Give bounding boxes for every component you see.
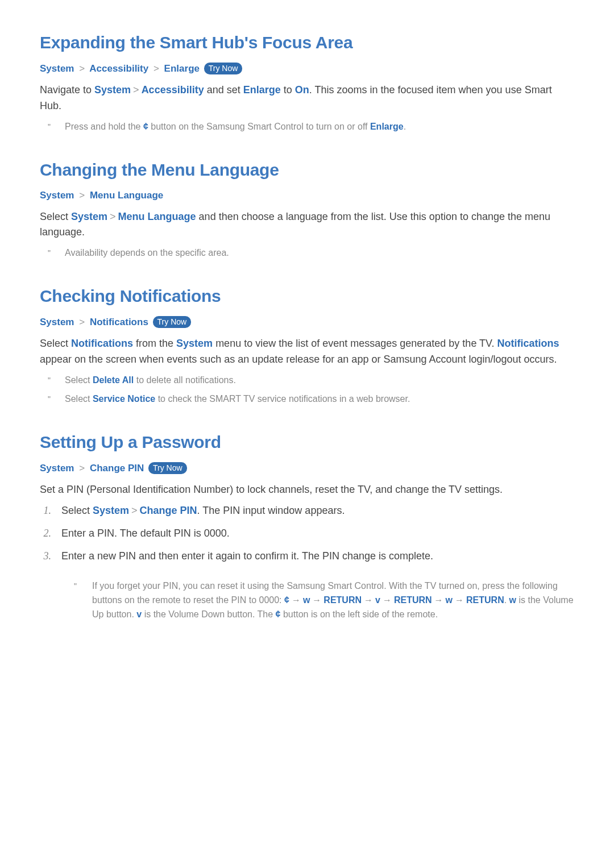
crumb-enlarge: Enlarge: [164, 63, 200, 74]
step-3: 3. Enter a new PIN and then enter it aga…: [40, 549, 574, 621]
chevron-icon: >: [77, 317, 87, 327]
crumb-change-pin: Change PIN: [90, 463, 144, 474]
crumb-system: System: [40, 463, 74, 474]
breadcrumb-notifications: System > Notifications Try Now: [40, 316, 574, 328]
breadcrumb-change-pin: System > Change PIN Try Now: [40, 462, 574, 474]
crumb-notifications: Notifications: [90, 317, 148, 327]
hl-delete-all: Delete All: [93, 375, 134, 385]
paragraph: Select Notifications from the System men…: [40, 336, 574, 368]
step-2: 2. Enter a PIN. The default PIN is 0000.: [40, 526, 574, 542]
hl-notifications: Notifications: [497, 338, 559, 349]
hl-accessibility: Accessibility: [142, 84, 204, 95]
crumb-system: System: [40, 317, 74, 327]
note-marker-icon: ": [48, 120, 53, 134]
chevron-icon: >: [131, 84, 142, 95]
heading-expanding-smart-hub: Expanding the Smart Hub's Focus Area: [40, 33, 574, 52]
symbol-c: ¢: [276, 609, 281, 619]
crumb-menu-language: Menu Language: [90, 190, 163, 201]
step-number: 2.: [40, 526, 51, 542]
hl-on: On: [295, 84, 309, 95]
hl-service-notice: Service Notice: [93, 394, 155, 404]
manual-page: Expanding the Smart Hub's Focus Area Sys…: [0, 0, 614, 868]
heading-notifications: Checking Notifications: [40, 286, 574, 306]
hl-system: System: [94, 84, 131, 95]
breadcrumb-menu-language: System > Menu Language: [40, 190, 574, 201]
heading-setting-up-password: Setting Up a Password: [40, 433, 574, 452]
hl-change-pin: Change PIN: [140, 505, 197, 516]
symbol-w: w: [303, 595, 310, 605]
hl-menu-language: Menu Language: [118, 211, 196, 222]
step-text: Enter a PIN. The default PIN is 0000.: [61, 526, 574, 542]
hl-system: System: [176, 338, 213, 349]
hl-return: RETURN: [323, 595, 362, 605]
chevron-icon: >: [151, 63, 161, 74]
symbol-c: ¢: [284, 595, 289, 605]
chevron-icon: >: [77, 463, 87, 474]
note-marker-icon: ": [48, 246, 53, 260]
symbol-v: v: [375, 595, 380, 605]
note-marker-icon: ": [74, 579, 80, 621]
try-now-badge[interactable]: Try Now: [204, 63, 243, 74]
chevron-icon: >: [77, 190, 87, 201]
crumb-system: System: [40, 190, 74, 201]
step-number: 3.: [40, 549, 51, 621]
note: " Select Service Notice to check the SMA…: [40, 392, 574, 406]
arrow-icon: →: [380, 595, 394, 605]
heading-menu-language: Changing the Menu Language: [40, 160, 574, 180]
try-now-badge[interactable]: Try Now: [153, 316, 192, 328]
note-text: Press and hold the ¢ button on the Samsu…: [65, 120, 406, 134]
crumb-accessibility: Accessibility: [89, 63, 148, 74]
crumb-system: System: [40, 63, 74, 74]
chevron-icon: >: [107, 211, 118, 222]
symbol-v: v: [136, 609, 142, 619]
note-text: Availability depends on the specific are…: [65, 246, 229, 260]
breadcrumb-enlarge: System > Accessibility > Enlarge Try Now: [40, 63, 574, 74]
note: " Press and hold the ¢ button on the Sam…: [40, 120, 574, 134]
hl-return: RETURN: [466, 595, 504, 605]
arrow-icon: →: [310, 595, 323, 605]
paragraph: Navigate to System>Accessibility and set…: [40, 82, 574, 114]
paragraph: Set a PIN (Personal Identification Numbe…: [40, 482, 574, 498]
paragraph: Select System>Menu Language and then cho…: [40, 209, 574, 241]
try-now-badge[interactable]: Try Now: [148, 462, 187, 474]
step-text: Enter a new PIN and then enter it again …: [61, 549, 574, 621]
note-marker-icon: ": [48, 392, 53, 406]
arrow-icon: →: [453, 595, 466, 605]
arrow-icon: →: [289, 595, 303, 605]
ordered-steps: 1. Select System>Change PIN. The PIN inp…: [40, 503, 574, 621]
hl-enlarge: Enlarge: [370, 122, 404, 131]
hl-system: System: [71, 211, 107, 222]
note-marker-icon: ": [48, 373, 53, 388]
note: " Select Delete All to delete all notifi…: [40, 373, 574, 388]
chevron-icon: >: [77, 63, 87, 74]
chevron-icon: >: [129, 505, 140, 516]
note: " If you forget your PIN, you can reset …: [61, 579, 574, 621]
step-1: 1. Select System>Change PIN. The PIN inp…: [40, 503, 574, 519]
step-text: Select System>Change PIN. The PIN input …: [61, 503, 574, 519]
step-number: 1.: [40, 503, 51, 519]
arrow-icon: →: [362, 595, 375, 605]
note-text: If you forget your PIN, you can reset it…: [92, 579, 574, 621]
hl-notifications: Notifications: [71, 338, 133, 349]
note-text: Select Delete All to delete all notifica…: [65, 373, 236, 388]
note-text: Select Service Notice to check the SMART…: [65, 392, 410, 406]
hl-return: RETURN: [394, 595, 432, 605]
hl-enlarge: Enlarge: [243, 84, 281, 95]
hl-system: System: [93, 505, 129, 516]
symbol-w: w: [509, 595, 516, 605]
arrow-icon: →: [432, 595, 446, 605]
symbol-w: w: [446, 595, 453, 605]
symbol-c: ¢: [143, 122, 148, 131]
note: " Availability depends on the specific a…: [40, 246, 574, 260]
